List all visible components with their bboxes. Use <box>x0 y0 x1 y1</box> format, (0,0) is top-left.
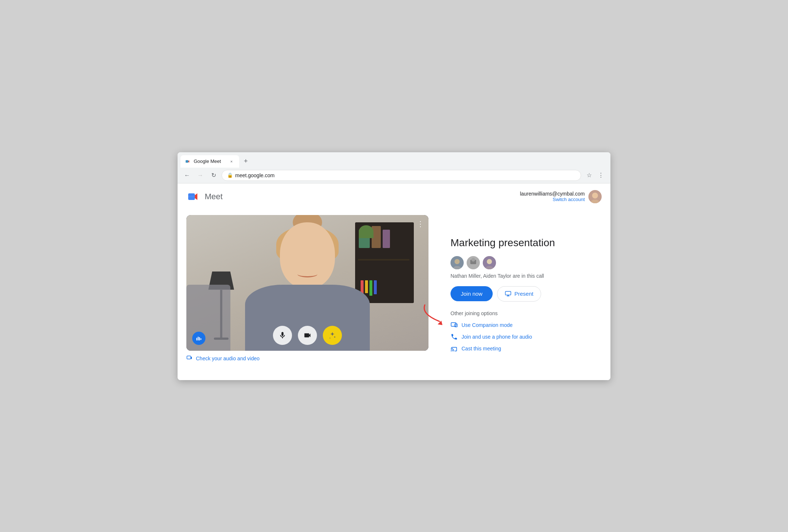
lock-icon: 🔒 <box>227 172 233 178</box>
participant-avatar-1 <box>450 256 464 269</box>
camera-button[interactable] <box>298 326 317 345</box>
active-tab[interactable]: Google Meet × <box>180 155 239 168</box>
url-bar[interactable]: 🔒 meet.google.com <box>222 170 581 181</box>
user-email-area: laurenwilliams@cymbal.com Switch account <box>520 191 585 202</box>
effects-button[interactable] <box>323 326 342 345</box>
cast-meeting-text: Cast this meeting <box>462 346 501 351</box>
companion-mode-icon <box>450 321 458 329</box>
companion-mode-text: Use Companion mode <box>462 322 512 328</box>
svg-rect-10 <box>199 337 200 340</box>
page-content: Meet laurenwilliams@cymbal.com Switch ac… <box>178 183 610 380</box>
browser-window: Google Meet × + ← → ↻ 🔒 meet.google.com … <box>178 152 610 380</box>
cast-meeting-link[interactable]: Cast this meeting <box>450 345 602 352</box>
present-button[interactable]: Present <box>497 286 541 302</box>
user-email: laurenwilliams@cymbal.com <box>520 191 585 197</box>
tab-favicon <box>185 158 191 164</box>
phone-audio-link[interactable]: Join and use a phone for audio <box>450 333 602 340</box>
svg-rect-2 <box>186 160 188 163</box>
video-preview: ⋮ <box>186 215 428 351</box>
video-controls <box>273 326 342 345</box>
more-options-button[interactable]: ⋮ <box>596 170 606 181</box>
google-meet-logo-icon <box>186 189 201 204</box>
other-options-section: Other joining options Use Companion mode… <box>450 310 602 352</box>
meet-logo: Meet <box>186 189 223 204</box>
svg-marker-24 <box>438 321 442 325</box>
phone-audio-text: Join and use a phone for audio <box>462 334 532 340</box>
tab-title: Google Meet <box>194 158 225 164</box>
url-text: meet.google.com <box>235 172 274 178</box>
svg-rect-25 <box>451 323 456 326</box>
svg-point-20 <box>487 259 492 264</box>
bookmark-button[interactable]: ☆ <box>584 170 594 181</box>
svg-point-18 <box>471 258 475 262</box>
svg-point-14 <box>455 259 460 264</box>
cast-icon <box>450 345 458 352</box>
microphone-button[interactable] <box>273 326 292 345</box>
more-options-icon[interactable]: ⋮ <box>417 219 424 228</box>
companion-mode-link[interactable]: Use Companion mode <box>450 321 602 329</box>
refresh-button[interactable]: ↻ <box>208 170 219 181</box>
participant-avatar-3 <box>483 256 496 269</box>
forward-button[interactable]: → <box>195 170 205 181</box>
svg-rect-11 <box>201 338 201 340</box>
action-row: Join now Present <box>450 286 602 302</box>
switch-account-link[interactable]: Switch account <box>520 197 585 202</box>
audio-indicator <box>192 332 205 345</box>
svg-rect-22 <box>506 291 511 295</box>
svg-point-6 <box>592 193 598 198</box>
svg-rect-8 <box>196 338 197 340</box>
check-audio-text: Check your audio and video <box>196 356 260 361</box>
browser-chrome: Google Meet × + ← → ↻ 🔒 meet.google.com … <box>178 152 610 183</box>
meet-header: Meet laurenwilliams@cymbal.com Switch ac… <box>186 189 602 204</box>
right-panel: Marketing presentation <box>450 215 602 357</box>
participants-row <box>450 256 602 269</box>
other-options-title: Other joining options <box>450 310 602 316</box>
video-section: ⋮ <box>186 215 428 362</box>
check-audio-icon <box>186 355 193 362</box>
present-label: Present <box>514 291 533 297</box>
participant-avatar-2 <box>467 256 480 269</box>
tab-close-btn[interactable]: × <box>228 158 235 165</box>
user-area: laurenwilliams@cymbal.com Switch account <box>520 190 602 203</box>
svg-rect-12 <box>187 356 191 359</box>
address-bar: ← → ↻ 🔒 meet.google.com ☆ ⋮ <box>178 168 610 183</box>
main-area: ⋮ <box>186 211 602 365</box>
check-audio-link[interactable]: Check your audio and video <box>186 355 428 362</box>
phone-audio-icon <box>450 333 458 340</box>
toolbar-right: ☆ ⋮ <box>584 170 606 181</box>
svg-rect-9 <box>198 336 198 340</box>
back-button[interactable]: ← <box>182 170 192 181</box>
participants-text: Nathan Miller, Aiden Taylor are in this … <box>450 273 602 279</box>
user-avatar <box>588 190 602 203</box>
meet-logo-text: Meet <box>205 192 223 201</box>
present-icon <box>505 291 511 297</box>
new-tab-button[interactable]: + <box>241 156 251 167</box>
tab-bar: Google Meet × + <box>178 152 610 168</box>
join-now-button[interactable]: Join now <box>450 286 493 301</box>
meeting-title: Marketing presentation <box>450 237 602 249</box>
